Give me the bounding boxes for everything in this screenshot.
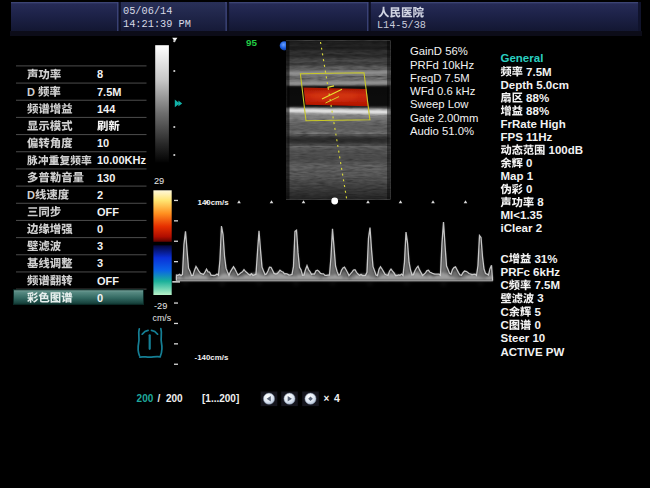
svg-text:29: 29: [154, 176, 164, 186]
svg-text:05/06/14: 05/06/14: [123, 5, 172, 17]
svg-text:8: 8: [537, 196, 544, 208]
svg-text:31%: 31%: [534, 253, 557, 265]
svg-text:GainD 56%: GainD 56%: [410, 45, 468, 57]
svg-text:88%: 88%: [526, 105, 549, 117]
svg-text:D: D: [27, 86, 35, 98]
svg-text:-29: -29: [154, 301, 167, 311]
svg-text:OFF: OFF: [97, 206, 119, 218]
svg-text:D: D: [27, 189, 35, 201]
svg-text:C: C: [501, 319, 509, 331]
svg-text:100dB: 100dB: [549, 144, 584, 156]
svg-text:ACTIVE PW: ACTIVE PW: [501, 346, 565, 358]
svg-text:0: 0: [526, 157, 532, 169]
svg-text:Map 1: Map 1: [501, 170, 534, 182]
svg-text:PRFc 6kHz: PRFc 6kHz: [501, 266, 561, 278]
svg-text:4: 4: [334, 392, 340, 404]
svg-text:10: 10: [97, 137, 109, 149]
svg-text:/: /: [158, 393, 161, 404]
svg-text:General: General: [501, 52, 544, 64]
svg-text:130: 130: [97, 172, 115, 184]
svg-text:L14-5/38: L14-5/38: [377, 20, 426, 31]
svg-text:2: 2: [97, 189, 103, 201]
svg-text:FrRate High: FrRate High: [501, 118, 566, 130]
svg-text:8: 8: [97, 68, 103, 80]
svg-text:3: 3: [537, 292, 543, 304]
svg-text:C: C: [501, 306, 509, 318]
svg-text:95: 95: [246, 37, 257, 48]
svg-text:200: 200: [137, 393, 154, 404]
svg-text:7.5M: 7.5M: [534, 279, 560, 291]
svg-text:140cm/s: 140cm/s: [198, 198, 230, 207]
svg-text:0: 0: [534, 319, 540, 331]
svg-text:FPS 11Hz: FPS 11Hz: [501, 131, 553, 143]
svg-text:cm/s: cm/s: [153, 313, 172, 323]
svg-text:Audio 51.0%: Audio 51.0%: [410, 125, 474, 137]
svg-text:PRFd 10kHz: PRFd 10kHz: [410, 59, 474, 71]
svg-text:Depth 5.0cm: Depth 5.0cm: [501, 79, 569, 91]
svg-text:iClear 2: iClear 2: [501, 222, 543, 234]
svg-text:144: 144: [97, 103, 116, 115]
svg-text:C: C: [501, 279, 509, 291]
svg-text:3: 3: [97, 240, 103, 252]
svg-text:Sweep Low: Sweep Low: [410, 98, 469, 110]
svg-text:0: 0: [526, 183, 532, 195]
svg-text:14:21:39 PM: 14:21:39 PM: [123, 18, 191, 30]
svg-text:200: 200: [166, 393, 183, 404]
svg-text:-140cm/s: -140cm/s: [195, 353, 229, 362]
svg-text:10.00KHz: 10.00KHz: [97, 154, 146, 166]
svg-text:Steer 10: Steer 10: [501, 332, 546, 344]
svg-text:[1...200]: [1...200]: [202, 393, 239, 404]
svg-text:Gate 2.00mm: Gate 2.00mm: [410, 112, 478, 124]
svg-text:88%: 88%: [526, 92, 549, 104]
svg-text:3: 3: [97, 257, 103, 269]
svg-text:MI<1.35: MI<1.35: [501, 209, 543, 221]
svg-text:WFd 0.6 kHz: WFd 0.6 kHz: [410, 85, 476, 97]
svg-text:OFF: OFF: [97, 275, 119, 287]
svg-text:0: 0: [97, 292, 103, 304]
svg-text:0: 0: [97, 223, 103, 235]
svg-text:7.5M: 7.5M: [97, 86, 121, 98]
svg-text:FreqD 7.5M: FreqD 7.5M: [410, 72, 470, 84]
svg-text:7.5M: 7.5M: [526, 66, 552, 78]
svg-text:C: C: [501, 253, 509, 265]
svg-text:5: 5: [534, 306, 541, 318]
svg-text:×: ×: [324, 393, 330, 404]
